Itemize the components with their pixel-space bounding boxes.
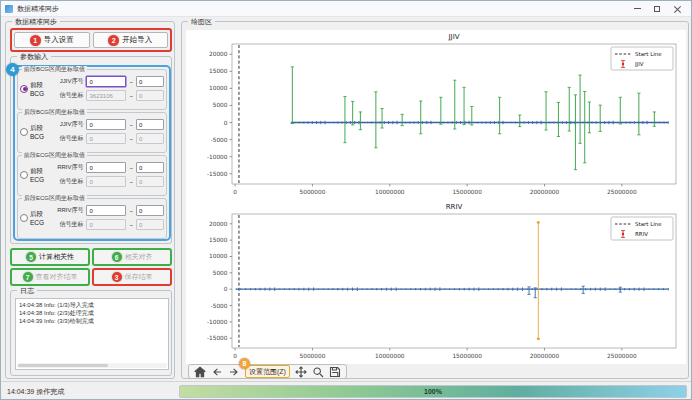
param-row: 信号坐标~ [55,90,164,101]
forward-button[interactable] [228,366,240,378]
step-badge: 4 [6,63,19,76]
param-rows: RRIV序号~信号坐标~ [55,162,164,187]
svg-text:10000000: 10000000 [375,189,405,195]
radio-icon [20,214,28,222]
sync-panel: 数据精准同步 1 导入设置 2 开始导入 参数输入 4 前段BCG区间坐标取值前… [5,21,175,379]
import-settings-button[interactable]: 1 导入设置 [14,32,90,48]
param-to-input [136,90,164,101]
range-separator: ~ [129,179,133,185]
log-scrollbar-horizontal[interactable] [17,363,167,368]
log-list[interactable]: 14:04:38 Info: (1/3)导入完成14:04:38 Info: (… [15,298,169,370]
log-entry: 14:04:38 Info: (2/3)处理完成 [19,309,165,317]
param-from-input[interactable] [86,119,126,130]
forward-icon [228,366,240,378]
figure-canvas[interactable]: JJIV-15000-10000-50000500010000150002000… [186,30,686,364]
minimize-button[interactable] [627,2,647,16]
pan-button[interactable] [295,366,307,378]
start-import-button[interactable]: 2 开始导入 [93,32,169,48]
svg-text:25000000: 25000000 [607,353,637,359]
rriv-chart[interactable]: RRIV-15000-10000-50000500010000150002000… [186,200,684,364]
app-window: 数据精准同步 数据精准同步 1 导入设置 2 开始导入 参数输入 4 前段BCG… [0,0,692,400]
home-button[interactable] [194,366,206,378]
pan-icon [295,366,307,378]
param-to-input[interactable] [136,205,164,216]
param-group-title: 后段ECG区间坐标取值 [22,195,87,202]
svg-text:10000: 10000 [209,253,228,259]
action-button-label: 相关对齐 [125,252,153,262]
range-separator: ~ [129,165,133,171]
title-bar: 数据精准同步 [1,1,691,17]
param-group-body: 后段BCGJJIV序号~信号坐标~ [18,113,166,146]
param-row-label: 信号坐标 [55,177,83,186]
start-import-label: 开始导入 [122,35,152,45]
param-to-input [136,219,164,230]
log-title: 日志 [17,286,37,295]
param-row-label: JJIV序号 [55,77,83,86]
svg-text:Start Line: Start Line [635,51,662,57]
svg-text:-10000: -10000 [207,319,228,325]
param-from-input[interactable] [86,205,126,216]
param-group-title: 前段ECG区间坐标取值 [22,152,87,159]
svg-text:-15000: -15000 [207,335,228,341]
param-row-label: RRIV序号 [55,206,83,215]
radio-option-2[interactable]: 后段BCG [20,124,55,140]
status-bar: 14:04:39 操作完成 100% [1,381,691,399]
close-button[interactable] [667,2,687,16]
radio-option-3[interactable]: 前段ECG [20,167,55,183]
set-range-button[interactable]: 8设置范围(Z) [245,365,290,378]
param-from-input[interactable] [86,76,126,87]
step-badge: 1 [30,35,41,46]
app-icon [5,5,13,13]
svg-text:25000000: 25000000 [607,189,637,195]
save-icon [329,366,341,378]
sync-panel-title: 数据精准同步 [12,17,60,26]
param-to-input[interactable] [136,119,164,130]
plot-panel-title: 绘图区 [188,17,215,26]
radio-option-1[interactable]: 前段BCG [20,81,55,97]
param-to-input [136,176,164,187]
status-message: 14:04:39 操作完成 [7,387,64,397]
compute-correlation-button[interactable]: 5计算相关性 [10,248,90,266]
maximize-button[interactable] [647,2,667,16]
param-row: 信号坐标~ [55,176,164,187]
step-badge: 6 [112,252,122,262]
param-group-4: 后段ECG区间坐标取值后段ECGRRIV序号~信号坐标~ [17,198,167,239]
svg-text:-10000: -10000 [207,154,228,160]
radio-label: 前段ECG [30,167,55,183]
view-align-result-button: 7查看对齐结果 [10,268,90,286]
param-group-1: 前段BCG区间坐标取值前段BCGJJIV序号~信号坐标~ [17,69,167,110]
back-icon [211,366,223,378]
param-group-title: 前段BCG区间坐标取值 [22,66,87,73]
range-separator: ~ [129,122,133,128]
param-from-input[interactable] [86,162,126,173]
svg-text:5000000: 5000000 [300,353,326,359]
step-badge: 8 [239,358,250,369]
param-row: 信号坐标~ [55,133,164,144]
maximize-icon [654,6,660,12]
close-icon [674,5,681,12]
radio-option-4[interactable]: 后段ECG [20,210,55,226]
param-to-input[interactable] [136,162,164,173]
plot-toolbar: 8设置范围(Z) [188,364,347,379]
scrollbar-thumb[interactable] [18,364,108,367]
param-to-input[interactable] [136,76,164,87]
back-button[interactable] [211,366,223,378]
save-figure-button[interactable] [329,366,341,378]
svg-text:10000000: 10000000 [375,353,405,359]
param-group-body: 后段ECGRRIV序号~信号坐标~ [18,199,166,232]
svg-text:0: 0 [224,120,228,126]
svg-text:0: 0 [224,286,228,292]
param-row-label: 信号坐标 [55,220,83,229]
radio-label: 前段BCG [30,81,55,97]
svg-text:JJIV: JJIV [448,33,460,41]
param-row: 信号坐标~ [55,219,164,230]
window-title: 数据精准同步 [17,4,59,14]
range-separator: ~ [129,136,133,142]
range-separator: ~ [129,93,133,99]
svg-text:-15000: -15000 [207,171,228,177]
plot-panel: 绘图区 JJIV-15000-10000-5000050001000015000… [181,21,689,379]
range-separator: ~ [129,208,133,214]
jjiv-chart[interactable]: JJIV-15000-10000-50000500010000150002000… [186,30,684,200]
zoom-button[interactable] [312,366,324,378]
import-settings-label: 导入设置 [44,35,74,45]
